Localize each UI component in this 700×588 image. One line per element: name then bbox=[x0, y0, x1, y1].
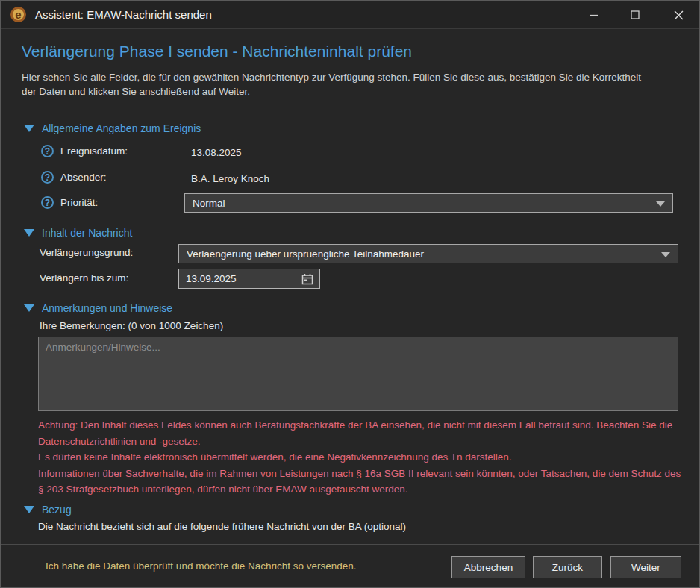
confirm-checkbox[interactable] bbox=[25, 560, 37, 572]
verlaengern-bis-label: Verlängern bis zum: bbox=[40, 272, 128, 284]
prioritaet-select[interactable]: Normal bbox=[184, 193, 673, 213]
page-description: Hier sehen Sie alle Felder, die für den … bbox=[22, 70, 654, 98]
warning-paragraph: Achtung: Den Inhalt dieses Feldes können… bbox=[38, 417, 684, 449]
maximize-icon bbox=[631, 10, 640, 19]
privacy-warning-text: Achtung: Den Inhalt dieses Feldes können… bbox=[38, 417, 684, 498]
weiter-button[interactable]: Weiter bbox=[610, 556, 681, 578]
verlaengerungsgrund-select[interactable]: Verlaengerung ueber urspruengliche Teiln… bbox=[178, 244, 678, 263]
calendar-picker-button[interactable] bbox=[301, 272, 314, 288]
help-glyph: ? bbox=[45, 173, 50, 182]
footer-divider bbox=[1, 544, 699, 545]
calendar-icon bbox=[301, 272, 314, 286]
absender-value: B.A. Leroy Knoch bbox=[191, 173, 269, 184]
field-row-prioritaet: ? Priorität: bbox=[41, 196, 98, 209]
prioritaet-label: Priorität: bbox=[60, 197, 98, 208]
help-icon[interactable]: ? bbox=[41, 145, 54, 157]
collapse-triangle-icon bbox=[24, 229, 34, 237]
section-title-content: Inhalt der Nachricht bbox=[42, 227, 132, 239]
collapse-triangle-icon bbox=[24, 125, 34, 132]
window-title: Assistent: EMAW-Nachricht senden bbox=[35, 8, 212, 21]
page-title: Verlängerung Phase I senden - Nachrichte… bbox=[22, 43, 412, 60]
help-glyph: ? bbox=[45, 147, 50, 156]
bezug-description: Die Nachricht bezieht sich auf die folge… bbox=[38, 521, 406, 532]
chevron-down-icon bbox=[656, 201, 665, 207]
bemerkungen-textarea[interactable] bbox=[38, 337, 678, 411]
section-header-content[interactable]: Inhalt der Nachricht bbox=[24, 227, 132, 239]
ereignisdatum-value: 13.08.2025 bbox=[191, 147, 242, 158]
section-header-general[interactable]: Allgemeine Angaben zum Ereignis bbox=[24, 122, 201, 134]
absender-label: Absender: bbox=[60, 172, 107, 183]
wizard-window: e Assistent: EMAW-Nachricht senden Verlä… bbox=[0, 0, 700, 588]
abbrechen-button[interactable]: Abbrechen bbox=[451, 556, 525, 578]
verlaengerungsgrund-selected-value: Verlaengerung ueber urspruengliche Teiln… bbox=[187, 248, 424, 260]
section-title-bezug: Bezug bbox=[42, 504, 72, 516]
app-logo-glyph: e bbox=[15, 9, 21, 20]
help-glyph: ? bbox=[45, 198, 50, 207]
field-row-absender: ? Absender: bbox=[41, 171, 107, 184]
verlaengern-bis-date-value: 13.09.2025 bbox=[186, 273, 237, 284]
section-title-general: Allgemeine Angaben zum Ereignis bbox=[42, 122, 201, 134]
help-icon[interactable]: ? bbox=[41, 171, 54, 184]
verlaengern-bis-date-input[interactable]: 13.09.2025 bbox=[178, 269, 320, 289]
confirm-checkbox-label: Ich habe die Daten überprüft und möchte … bbox=[46, 560, 357, 572]
zurueck-button[interactable]: Zurück bbox=[533, 556, 602, 578]
close-button[interactable] bbox=[661, 1, 696, 29]
app-logo-icon: e bbox=[10, 7, 26, 22]
collapse-triangle-icon bbox=[24, 506, 34, 513]
warning-paragraph: Es dürfen keine Inhalte elektronisch übe… bbox=[38, 449, 684, 466]
verlaengerungsgrund-label: Verlängerungsgrund: bbox=[40, 247, 133, 258]
section-title-notes: Anmerkungen und Hinweise bbox=[42, 302, 172, 314]
minimize-icon bbox=[590, 10, 599, 19]
ereignisdatum-label: Ereignisdatum: bbox=[60, 146, 128, 157]
close-icon bbox=[674, 10, 684, 20]
section-header-notes[interactable]: Anmerkungen und Hinweise bbox=[24, 302, 172, 314]
chevron-down-icon bbox=[661, 252, 670, 257]
minimize-button[interactable] bbox=[577, 1, 611, 29]
maximize-button[interactable] bbox=[618, 1, 652, 29]
prioritaet-selected-value: Normal bbox=[193, 198, 225, 209]
help-icon[interactable]: ? bbox=[41, 196, 54, 209]
collapse-triangle-icon bbox=[24, 304, 34, 312]
section-header-bezug[interactable]: Bezug bbox=[24, 504, 72, 516]
warning-paragraph: Informationen über Sachverhalte, die im … bbox=[38, 466, 684, 498]
bemerkungen-label: Ihre Bemerkungen: (0 von 1000 Zeichen) bbox=[40, 320, 223, 331]
field-row-ereignisdatum: ? Ereignisdatum: bbox=[41, 145, 128, 157]
title-bar: e Assistent: EMAW-Nachricht senden bbox=[1, 1, 699, 29]
